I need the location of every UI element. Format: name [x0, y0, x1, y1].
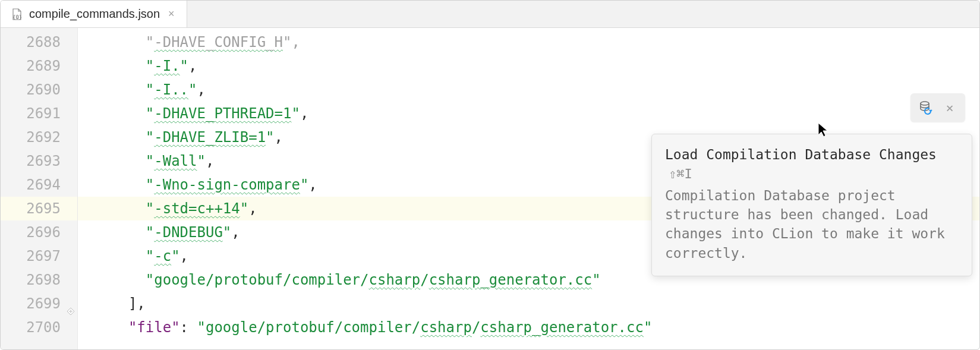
line-number: 2700 [1, 316, 77, 339]
tooltip: Load Compilation Database Changes ⇧⌘I Co… [651, 134, 972, 276]
gutter: 2688268926902691269226932694269526962697… [1, 28, 78, 349]
tab-bar: {0} compile_commands.json × [1, 1, 979, 28]
line-number: 2695 [1, 197, 77, 220]
line-number: 2694 [1, 173, 77, 197]
line-number: 2689 [1, 54, 77, 78]
fold-handle-icon[interactable] [65, 299, 75, 308]
svg-point-1 [921, 102, 929, 105]
reload-database-button[interactable] [914, 96, 938, 119]
code-line[interactable]: "-DHAVE_CONFIG_H", [78, 30, 979, 54]
tooltip-body: Compilation Database project structure h… [665, 186, 959, 263]
line-number: 2688 [1, 30, 77, 54]
line-number: 2690 [1, 78, 77, 102]
editor[interactable]: 2688268926902691269226932694269526962697… [1, 28, 979, 349]
code-line[interactable]: "file": "google/protobuf/compiler/csharp… [78, 316, 979, 339]
tab-filename: compile_commands.json [29, 7, 160, 21]
tooltip-title: Load Compilation Database Changes [665, 147, 937, 162]
code-line[interactable]: "-I..", [78, 78, 979, 102]
json-file-icon: {0} [10, 8, 23, 21]
code-line[interactable]: "-DHAVE_PTHREAD=1", [78, 102, 979, 125]
line-number: 2692 [1, 125, 77, 149]
svg-text:{0}: {0} [12, 14, 22, 20]
line-number: 2696 [1, 220, 77, 244]
code-line[interactable]: ], [78, 292, 979, 316]
line-number: 2693 [1, 149, 77, 173]
line-number: 2698 [1, 268, 77, 292]
toolbar-close-icon[interactable]: × [938, 96, 962, 119]
tab-close-icon[interactable]: × [166, 8, 177, 20]
tooltip-shortcut: ⇧⌘I [669, 166, 692, 181]
line-number: 2697 [1, 244, 77, 268]
line-number: 2699 [1, 292, 77, 316]
editor-tab[interactable]: {0} compile_commands.json × [1, 1, 187, 27]
code-line[interactable]: "-I.", [78, 54, 979, 78]
floating-toolbar: × [910, 93, 965, 122]
line-number: 2691 [1, 102, 77, 125]
